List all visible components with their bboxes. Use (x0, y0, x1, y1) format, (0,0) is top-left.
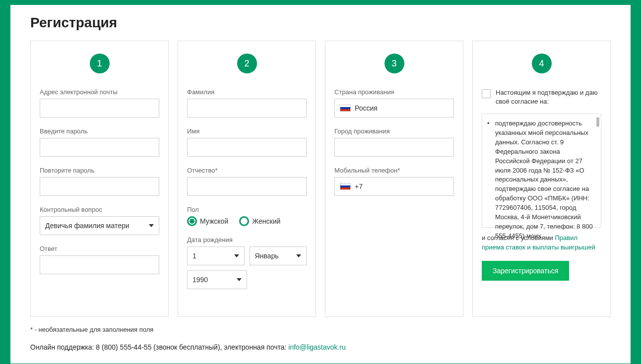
country-select[interactable]: Россия (334, 99, 454, 118)
step-2-col: 2 Фамилия Имя Отчество* Пол Мужской (178, 41, 316, 317)
dob-year-select[interactable]: 1990 (187, 270, 247, 289)
step-badge-2: 2 (237, 54, 257, 73)
step-badge-1: 1 (90, 54, 110, 73)
radio-unchecked-icon (239, 216, 249, 226)
step-badge-3: 3 (385, 54, 404, 73)
patronymic-label: Отчество* (187, 167, 307, 174)
step-4-col: 4 Настоящим я подтверждаю и даю своё сог… (472, 41, 611, 317)
dob-day-value: 1 (192, 252, 196, 260)
registration-page: Регистрация 1 Адрес электронной почты Вв… (10, 5, 631, 364)
phone-prefix: +7 (355, 182, 363, 190)
dob-day-select[interactable]: 1 (187, 246, 245, 265)
gender-label: Пол (187, 206, 307, 213)
gender-female-label: Женский (252, 217, 280, 225)
form-columns: 1 Адрес электронной почты Введите пароль… (30, 41, 611, 317)
gender-male-radio[interactable]: Мужской (187, 216, 228, 226)
consent-checkbox[interactable] (482, 89, 491, 98)
lastname-label: Фамилия (187, 88, 307, 96)
password2-label: Повторите пароль (40, 167, 159, 174)
gender-male-label: Мужской (200, 217, 228, 225)
email-input[interactable] (40, 99, 159, 118)
chevron-down-icon (234, 254, 239, 257)
city-input[interactable] (334, 138, 454, 157)
step-badge-4: 4 (532, 54, 552, 73)
support-text: Онлайн поддержка: 8 (800) 555-44-55 (зво… (30, 343, 288, 351)
password-repeat-input[interactable] (40, 177, 159, 196)
country-value: Россия (355, 104, 378, 112)
phone-label: Мобильный телефон* (334, 167, 454, 174)
password-label: Введите пароль (40, 127, 159, 135)
step-3-col: 3 Страна проживания Россия Город прожива… (325, 41, 463, 317)
patronymic-input[interactable] (187, 177, 307, 196)
city-label: Город проживания (334, 127, 454, 135)
firstname-input[interactable] (187, 138, 307, 157)
terms-scrollbox[interactable]: подтверждаю достоверность указанных мной… (482, 114, 601, 228)
terms-text: подтверждаю достоверность указанных мной… (488, 119, 595, 241)
step-1-col: 1 Адрес электронной почты Введите пароль… (30, 41, 169, 317)
email-label: Адрес электронной почты (40, 88, 159, 96)
secret-question-value: Девичья фамилия матери (45, 222, 129, 230)
dob-year-value: 1990 (192, 276, 208, 284)
support-line: Онлайн поддержка: 8 (800) 555-44-55 (зво… (30, 343, 611, 351)
required-footnote: * - необязательные для заполнения поля (30, 326, 611, 333)
chevron-down-icon (296, 254, 301, 257)
firstname-label: Имя (187, 127, 307, 135)
chevron-down-icon (237, 278, 242, 281)
chevron-down-icon (149, 224, 154, 227)
dob-label: Дата рождения (187, 236, 307, 243)
page-title: Регистрация (30, 15, 611, 31)
gender-female-radio[interactable]: Женский (239, 216, 280, 226)
scrollbar-thumb[interactable] (596, 117, 599, 127)
secret-question-label: Контрольный вопрос (40, 206, 159, 213)
password-input[interactable] (40, 138, 159, 157)
country-label: Страна проживания (334, 88, 454, 96)
consent-intro-text: Настоящим я подтверждаю и даю своё согла… (496, 88, 601, 106)
dob-month-value: Январь (255, 252, 279, 260)
register-button[interactable]: Зарегистрироваться (482, 261, 569, 281)
answer-input[interactable] (40, 255, 159, 274)
answer-label: Ответ (40, 245, 159, 252)
secret-question-select[interactable]: Девичья фамилия матери (40, 216, 159, 235)
radio-checked-icon (187, 216, 197, 226)
phone-input[interactable]: +7 (334, 177, 454, 196)
flag-ru-icon (340, 105, 351, 112)
flag-ru-icon (340, 183, 351, 190)
support-email-link[interactable]: info@ligastavok.ru (288, 343, 345, 351)
dob-month-select[interactable]: Январь (250, 246, 307, 265)
lastname-input[interactable] (187, 99, 307, 118)
